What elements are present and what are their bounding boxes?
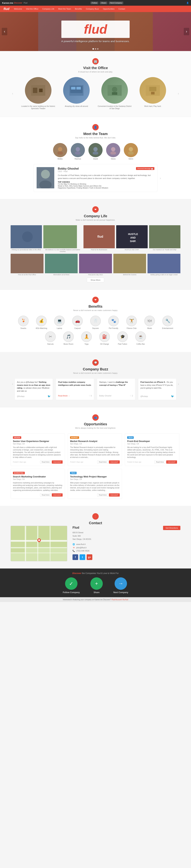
featured-books: TOP 3 BOOKS I'm the Way I'm Working on W… xyxy=(58,181,154,189)
next-company-button-top[interactable]: Next Company xyxy=(109,2,123,4)
email-address: jobs@flud.it xyxy=(76,547,86,549)
hero-next-arrow[interactable]: › xyxy=(184,28,189,35)
svg-text:HUSTLE: HUSTLE xyxy=(128,233,138,236)
job-location-2: San Diego, CA xyxy=(70,443,120,445)
svg-rect-40 xyxy=(148,254,180,273)
benefit-label-tuition: Paid Tuition xyxy=(115,343,130,345)
read-more-3[interactable]: Read More xyxy=(154,460,165,464)
interested-5[interactable]: Interested? xyxy=(109,493,120,497)
contact-info: Flud 600 B Street Suite 300 San Diego, C… xyxy=(73,526,180,560)
interested-1[interactable]: Interested? xyxy=(52,460,63,464)
nav-meet-team[interactable]: Meet the Team xyxy=(57,6,73,12)
svg-point-27 xyxy=(22,231,33,242)
benefit-label-401k: 401k Matching xyxy=(33,327,49,329)
benefit-icon-daycare: 🦷 xyxy=(90,316,101,326)
svg-rect-51 xyxy=(51,526,67,540)
follow-button-top[interactable]: Follow xyxy=(90,2,99,4)
nav-contact[interactable]: Contact xyxy=(117,6,126,12)
books-list: I'm the Way I'm Working on WorkingMode t… xyxy=(58,183,108,189)
office-photo-1 xyxy=(25,77,51,104)
nav-visit-office[interactable]: Visit the Office xyxy=(25,6,40,12)
life-item-4: HUSTLEANDSHIP. HUSTLE AND SHIP. xyxy=(116,225,148,252)
svg-point-15 xyxy=(76,147,80,151)
interested-3[interactable]: Interested? xyxy=(166,460,177,464)
follow-action[interactable]: ✓ Follow Company xyxy=(63,577,80,594)
benefit-icon-entertainment: 🔧 xyxy=(162,316,173,326)
hero-dot-2[interactable] xyxy=(95,48,96,50)
buzz-text-1: Are you a @fludapp fan? Nothing means mo… xyxy=(17,381,51,393)
life-caption-8: Flud picnic day 2012 xyxy=(79,274,112,276)
life-caption-1: Filming our promotional video in the off… xyxy=(11,249,42,251)
hero-dot-3[interactable] xyxy=(97,48,99,50)
buzz-card-3: Startups, I want to challenge the concep… xyxy=(97,378,135,400)
read-more-4[interactable]: Read More xyxy=(40,493,51,497)
twitter-link[interactable]: t xyxy=(80,554,85,560)
profile-next-arrow[interactable]: › xyxy=(160,176,161,180)
twitter-icon-4: 🐦 xyxy=(171,395,174,398)
hero-dot-1[interactable] xyxy=(92,48,94,50)
life-caption-9: Behind the Scenes xyxy=(113,274,146,276)
hero-prev-arrow[interactable]: ‹ xyxy=(2,28,7,35)
svg-text:SHIP.: SHIP. xyxy=(130,240,136,243)
team-photo-5[interactable] xyxy=(124,143,138,157)
contact-email: ✉ jobs@flud.it xyxy=(73,546,92,549)
nav-company-life[interactable]: Company Life xyxy=(41,6,56,12)
hero-title: flud xyxy=(61,21,130,38)
company-nav-logo: flud xyxy=(4,7,9,11)
benefit-icon-yoga: 🧘 xyxy=(81,331,92,342)
benefit-coffee: ☕ Coffee Bar xyxy=(132,331,149,345)
nav-company-buzz[interactable]: Company Buzz xyxy=(84,6,101,12)
svg-rect-50 xyxy=(39,526,49,540)
benefit-laptop: 💻 Laptop xyxy=(51,316,67,329)
show-more-button[interactable]: Show More xyxy=(87,278,104,282)
benefit-label-oil: Oil Change xyxy=(97,343,112,345)
team-photos-row: Bobby Rasmus David Diana Glenn xyxy=(11,143,180,160)
office-next-arrow[interactable]: › xyxy=(176,91,180,95)
buzz-title: Company Buzz xyxy=(11,367,180,371)
office-prev-arrow[interactable]: ‹ xyxy=(11,91,15,95)
team-name-5: Glenn xyxy=(124,158,138,160)
buzz-next-arrow[interactable]: › xyxy=(176,378,180,390)
google-link[interactable]: g+ xyxy=(87,554,92,560)
read-more-2[interactable]: Read More xyxy=(97,460,108,464)
team-photo-4[interactable] xyxy=(106,143,120,157)
interested-4[interactable]: Interested? xyxy=(52,493,63,497)
svg-rect-37 xyxy=(45,254,78,273)
footer-link[interactable]: Flud Account Via flud xyxy=(112,599,128,600)
team-photo-3[interactable] xyxy=(88,143,103,157)
share-action[interactable]: + Share xyxy=(90,577,103,594)
benefit-pet: 🐾 Pet Friendly xyxy=(106,316,121,329)
site-logo[interactable]: Kareer.me Discover xyxy=(2,2,22,4)
nav-welcome[interactable]: Welcome xyxy=(12,6,24,12)
follow-label: Follow Company xyxy=(63,591,80,594)
nav-benefits[interactable]: Benefits xyxy=(74,6,83,12)
next-action[interactable]: → Next Company xyxy=(113,577,128,594)
buzz-source-2[interactable]: Read Article → xyxy=(58,395,70,397)
read-more-5[interactable]: Read More xyxy=(97,493,108,497)
life-photo-1 xyxy=(11,225,42,248)
buzz-prev-arrow[interactable]: ‹ xyxy=(11,378,15,390)
life-caption-3: Flud 52 for Businesses xyxy=(83,249,115,251)
hero-content: flud A powerful intelligence platform fo… xyxy=(61,21,130,43)
team-photo-2[interactable] xyxy=(71,143,85,157)
contact-section: 📍 Contact xyxy=(0,506,191,568)
team-member-3: David xyxy=(88,143,103,160)
discover-em: Discover xyxy=(72,572,81,575)
buzz-card-2: Flud helps mobilize company intelligence… xyxy=(56,378,94,400)
team-photo-1[interactable] xyxy=(53,143,67,157)
get-directions-button[interactable]: Get Directions xyxy=(163,526,180,530)
team-subtitle: Say hello to the folks behind flud. We d… xyxy=(11,136,180,139)
facebook-link[interactable]: f xyxy=(73,554,78,560)
interested-2[interactable]: Interested? xyxy=(109,460,120,464)
nav-opportunities[interactable]: Opportunities xyxy=(102,6,116,12)
opp-icon: 👥 xyxy=(11,414,180,421)
personal-message-button[interactable]: Personal Message 📩 xyxy=(136,167,154,170)
buzz-card-4: Flud launches on iPhone 5 - Do you have … xyxy=(138,378,177,400)
benefit-meals: 🍽 Meals xyxy=(142,316,158,329)
read-more-1[interactable]: Read More xyxy=(40,460,51,464)
contact-map xyxy=(11,526,67,561)
benefit-label-coffee: Coffee Bar xyxy=(132,343,149,345)
contact-layout: Flud 600 B Street Suite 300 San Diego, C… xyxy=(11,526,180,561)
buzz-like-3: ♡ 2 xyxy=(130,395,133,397)
share-button-top[interactable]: Share xyxy=(100,2,107,4)
